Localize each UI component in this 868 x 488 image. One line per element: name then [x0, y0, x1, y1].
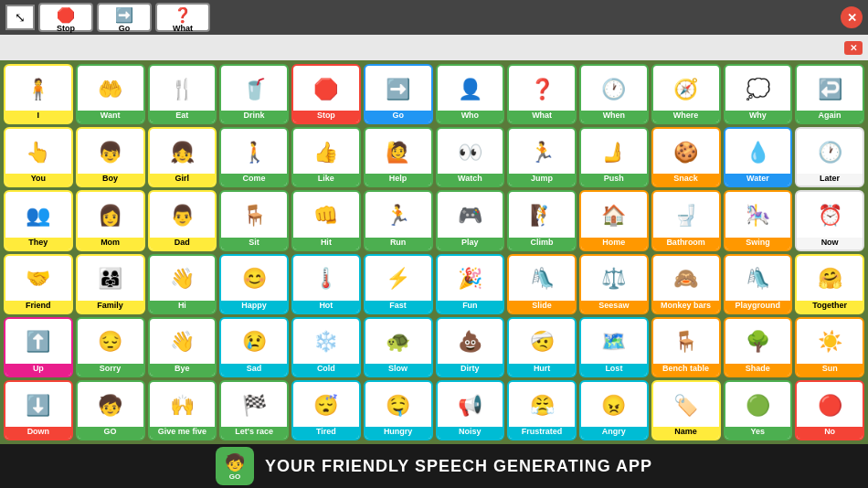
vocabulary-card[interactable]: 👧Girl [148, 127, 217, 187]
vocabulary-card[interactable]: 🎮Play [436, 190, 505, 250]
vocabulary-card[interactable]: 🕐Later [795, 127, 864, 187]
card-icon: ❄️ [293, 319, 359, 364]
vocabulary-card[interactable]: 🛑Stop [291, 64, 361, 124]
grid-row-0: 🧍I🤲Want🍴Eat🥤Drink🛑Stop➡️Go👤Who❓What🕐When… [4, 64, 864, 124]
vocabulary-card[interactable]: ➡️Go [364, 64, 433, 124]
vocabulary-card[interactable]: 🟢Yes [724, 380, 793, 440]
vocabulary-card[interactable]: 🎠Swing [724, 190, 793, 250]
vocabulary-card[interactable]: 🙈Monkey bars [651, 254, 721, 314]
header-selected-card[interactable]: 🛑Stop [38, 3, 93, 32]
vocabulary-card[interactable]: ☀️Sun [795, 317, 864, 377]
vocabulary-card[interactable]: 🏃Jump [507, 127, 577, 187]
vocabulary-card[interactable]: 📢Noisy [436, 380, 505, 440]
vocabulary-card[interactable]: 🐢Slow [364, 317, 433, 377]
vocabulary-card[interactable]: 💭Why [724, 64, 793, 124]
vocabulary-card[interactable]: 🤲Want [76, 64, 145, 124]
vocabulary-card[interactable]: 💩Dirty [436, 317, 505, 377]
vocabulary-card[interactable]: 🏃Run [364, 190, 433, 250]
vocabulary-card[interactable]: 🚽Bathroom [651, 190, 721, 250]
vocabulary-card[interactable]: ⏰Now [795, 190, 864, 250]
card-label: Seesaw [581, 301, 647, 313]
vocabulary-card[interactable]: 👦Boy [76, 127, 145, 187]
vocabulary-card[interactable]: 🎉Fun [436, 254, 505, 314]
vocabulary-card[interactable]: 👀Watch [436, 127, 505, 187]
vocabulary-card[interactable]: 🧒GO [76, 380, 145, 440]
header-selected-card[interactable]: ❓What [155, 3, 210, 32]
vocabulary-card[interactable]: 🤤Hungry [364, 380, 433, 440]
vocabulary-card[interactable]: 🪑Bench table [651, 317, 721, 377]
vocabulary-card[interactable]: 🧭Where [651, 64, 721, 124]
vocabulary-card[interactable]: 🌳Shade [724, 317, 793, 377]
vocabulary-card[interactable]: 👍Like [291, 127, 361, 187]
vocabulary-card[interactable]: 😊Happy [219, 254, 289, 314]
card-icon: 👨‍👩‍👧 [78, 256, 143, 301]
vocabulary-card[interactable]: 👨‍👩‍👧Family [76, 254, 145, 314]
vocabulary-card[interactable]: 😴Tired [291, 380, 361, 440]
vocabulary-card[interactable]: 🪑Sit [219, 190, 289, 250]
card-icon: 💧 [725, 129, 791, 174]
vocabulary-card[interactable]: ↩️Again [795, 64, 864, 124]
card-icon: 👋 [150, 319, 216, 364]
vocabulary-card[interactable]: 😠Angry [579, 380, 649, 440]
vocabulary-card[interactable]: 👥They [4, 190, 73, 250]
vocabulary-card[interactable]: 💧Water [724, 127, 793, 187]
vocabulary-card[interactable]: 👋Hi [148, 254, 217, 314]
vocabulary-card[interactable]: 🗺️Lost [579, 317, 649, 377]
vocabulary-card[interactable]: 🙌Give me five [148, 380, 217, 440]
card-icon: 🐢 [365, 319, 431, 364]
header-selected-card[interactable]: ➡️Go [97, 3, 152, 32]
vocabulary-card[interactable]: 🌡️Hot [291, 254, 361, 314]
vocabulary-card[interactable]: 🕐When [579, 64, 649, 124]
vocabulary-card[interactable]: 👆You [4, 127, 73, 187]
vocabulary-card[interactable]: 🏠Home [579, 190, 649, 250]
vocabulary-card[interactable]: 👨Dad [148, 190, 217, 250]
card-label: Push [581, 174, 647, 186]
vocabulary-card[interactable]: 🚶Come [219, 127, 289, 187]
output-bar: ✕ [0, 35, 868, 60]
vocabulary-card[interactable]: ⬇️Down [4, 380, 73, 440]
vocabulary-card[interactable]: 🤗Together [795, 254, 864, 314]
vocabulary-card[interactable]: 🛝Slide [507, 254, 577, 314]
vocabulary-card[interactable]: 👩Mom [76, 190, 145, 250]
vocabulary-card[interactable]: 🍪Snack [651, 127, 721, 187]
card-icon: 😤 [509, 382, 575, 427]
vocabulary-card[interactable]: 👤Who [436, 64, 505, 124]
vocabulary-card[interactable]: 🙋Help [364, 127, 433, 187]
vocabulary-card[interactable]: ⚡Fast [364, 254, 433, 314]
vocabulary-card[interactable]: 👊Hit [291, 190, 361, 250]
vocabulary-card[interactable]: 😤Frustrated [507, 380, 577, 440]
card-label: When [581, 111, 647, 122]
card-icon: 🏃 [365, 192, 431, 237]
bottom-bar: 🧒 GO YOUR FRIENDLY SPEECH GENERATING APP [0, 444, 868, 488]
vocabulary-card[interactable]: 🫸Push [579, 127, 649, 187]
card-icon: 🏁 [221, 382, 287, 427]
vocabulary-card[interactable]: 🍴Eat [148, 64, 217, 124]
card-icon: 🎠 [725, 192, 791, 237]
vocabulary-card[interactable]: ❓What [507, 64, 577, 124]
vocabulary-card[interactable]: ❄️Cold [291, 317, 361, 377]
vocabulary-card[interactable]: 👋Bye [148, 317, 217, 377]
vocabulary-card[interactable]: 😢Sad [219, 317, 289, 377]
card-label: Name [653, 427, 719, 439]
clear-button[interactable]: ✕ [841, 6, 863, 28]
vocabulary-card[interactable]: 🏁Let's race [219, 380, 289, 440]
vocabulary-card[interactable]: 🥤Drink [219, 64, 289, 124]
vocabulary-card[interactable]: 😔Sorry [76, 317, 145, 377]
card-label: Later [797, 174, 863, 186]
vocabulary-card[interactable]: 🤝Friend [4, 254, 73, 314]
vocabulary-card[interactable]: 🛝Playground [724, 254, 793, 314]
vocabulary-card[interactable]: ⚖️Seesaw [579, 254, 649, 314]
vocabulary-card[interactable]: 🤕Hurt [507, 317, 577, 377]
card-label: Bathroom [653, 238, 719, 249]
output-clear-btn[interactable]: ✕ [844, 41, 863, 55]
card-label: Slide [509, 301, 575, 313]
vocabulary-card[interactable]: 🏷️Name [651, 380, 721, 440]
card-label: Up [5, 364, 71, 376]
vocabulary-card[interactable]: 🔴No [795, 380, 864, 440]
expand-button[interactable]: ⤡ [5, 5, 35, 30]
app-tagline: YOUR FRIENDLY SPEECH GENERATING APP [265, 457, 652, 476]
vocabulary-card[interactable]: 🧍I [4, 64, 73, 124]
card-icon: ⚡ [365, 256, 431, 301]
vocabulary-card[interactable]: ⬆️Up [4, 317, 73, 377]
vocabulary-card[interactable]: 🧗Climb [507, 190, 577, 250]
